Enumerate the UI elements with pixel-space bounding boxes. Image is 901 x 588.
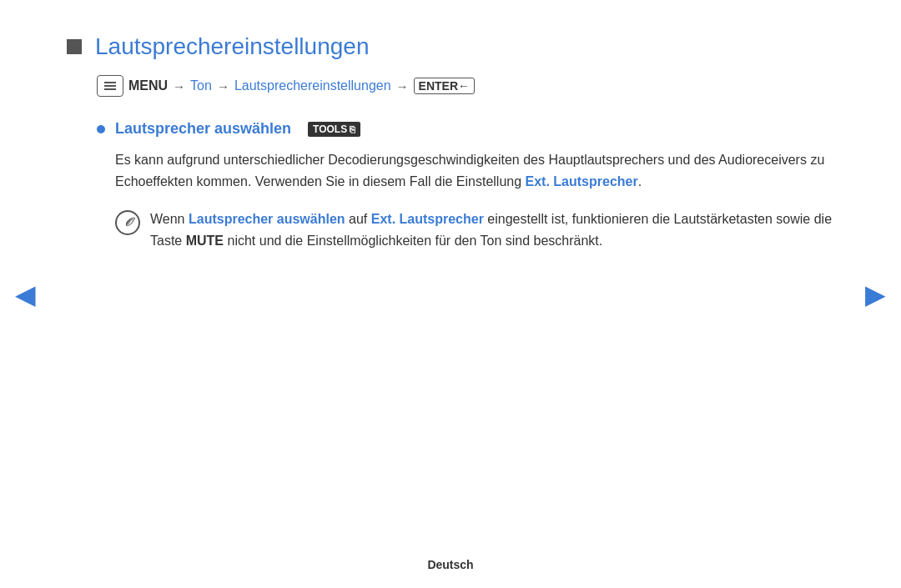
breadcrumb-arrow1: →	[173, 79, 185, 93]
note-part1: Wenn	[150, 212, 185, 226]
enter-icon: ENTER←	[414, 78, 475, 94]
note-row: 𝒪 Wenn Lautsprecher auswählen auf Ext. L…	[115, 209, 834, 253]
page-title: Lautsprechereinstellungen	[95, 33, 369, 60]
breadcrumb: MENU → Ton → Lautsprechereinstellungen →…	[97, 75, 834, 97]
title-square-icon	[67, 39, 82, 54]
tools-badge-icon: ⎘	[350, 124, 355, 134]
body-link-1: Ext. Lautsprecher	[526, 174, 638, 188]
note-link1: Lautsprecher auswählen	[189, 212, 345, 226]
tools-badge: TOOLS⎘	[308, 122, 360, 137]
body-text-1-end: .	[638, 174, 642, 188]
breadcrumb-arrow2: →	[217, 79, 229, 93]
breadcrumb-menu-label: MENU	[128, 78, 168, 93]
note-part4: nicht und die Einstellmöglichkeiten für …	[227, 234, 602, 248]
menu-icon	[97, 75, 123, 97]
title-row: Lautsprechereinstellungen	[67, 33, 834, 60]
breadcrumb-segment2: Lautsprechereinstellungen	[234, 78, 391, 93]
breadcrumb-segment1: Ton	[190, 78, 212, 93]
body-paragraph: Es kann aufgrund unterschiedlicher Decod…	[115, 149, 834, 193]
nav-arrow-left[interactable]: ◀	[15, 279, 36, 310]
page-container: Lautsprechereinstellungen MENU → Ton → L…	[0, 0, 901, 588]
nav-arrow-right[interactable]: ▶	[865, 279, 886, 310]
body-text-1: Es kann aufgrund unterschiedlicher Decod…	[115, 153, 824, 188]
note-text: Wenn Lautsprecher auswählen auf Ext. Lau…	[150, 209, 834, 253]
breadcrumb-arrow3: →	[396, 79, 409, 93]
note-link2: Ext. Lautsprecher	[371, 212, 484, 226]
content-area: Lautsprecher auswählen TOOLS⎘ Es kann au…	[97, 120, 834, 253]
note-part2: auf	[349, 212, 367, 226]
footer-language: Deutsch	[427, 558, 473, 571]
section-heading-row: Lautsprecher auswählen TOOLS⎘	[97, 120, 834, 138]
note-icon: 𝒪	[115, 210, 140, 235]
section-heading: Lautsprecher auswählen	[115, 120, 291, 138]
note-bold: MUTE	[186, 234, 224, 248]
bullet-dot-icon	[97, 125, 105, 133]
